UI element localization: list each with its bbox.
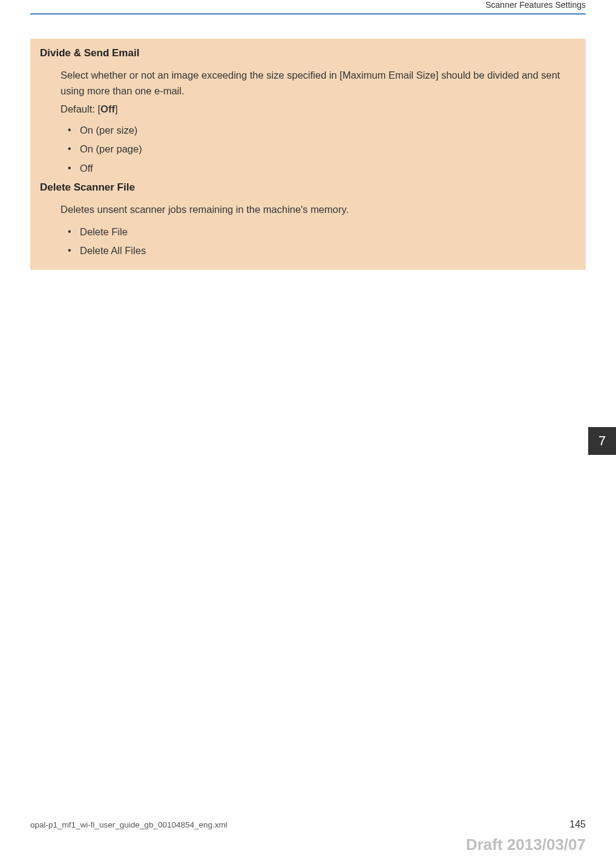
- list-item: On (per page): [80, 140, 576, 158]
- divide-send-email-body: Select whether or not an image exceeding…: [40, 68, 576, 178]
- page-number: 145: [569, 819, 586, 830]
- default-label: Default: [: [61, 103, 100, 114]
- footer-file-path: opal-p1_mf1_wi-fi_user_guide_gb_00104854…: [30, 820, 228, 829]
- default-close: ]: [115, 103, 118, 114]
- default-line: Default: [Off]: [61, 103, 576, 115]
- delete-scanner-options: Delete File Delete All Files: [61, 223, 576, 261]
- delete-scanner-file-description: Deletes unsent scanner jobs remaining in…: [61, 202, 576, 218]
- draft-watermark: Draft 2013/03/07: [466, 835, 586, 854]
- list-item: On (per size): [80, 121, 576, 140]
- divide-send-email-description: Select whether or not an image exceeding…: [61, 68, 576, 99]
- chapter-tab: 7: [588, 427, 616, 455]
- divide-send-options: On (per size) On (per page) Off: [61, 121, 576, 178]
- page-footer: opal-p1_mf1_wi-fi_user_guide_gb_00104854…: [0, 819, 616, 830]
- delete-scanner-file-title: Delete Scanner File: [40, 181, 576, 194]
- list-item: Delete All Files: [80, 241, 576, 260]
- header-divider: [30, 13, 586, 15]
- delete-scanner-file-body: Deletes unsent scanner jobs remaining in…: [40, 202, 576, 260]
- divide-send-email-title: Divide & Send Email: [40, 47, 576, 59]
- list-item: Off: [80, 159, 576, 178]
- settings-container: Divide & Send Email Select whether or no…: [30, 39, 586, 270]
- default-value: Off: [100, 103, 115, 114]
- list-item: Delete File: [80, 223, 576, 241]
- page-header: Scanner Features Settings: [30, 0, 586, 13]
